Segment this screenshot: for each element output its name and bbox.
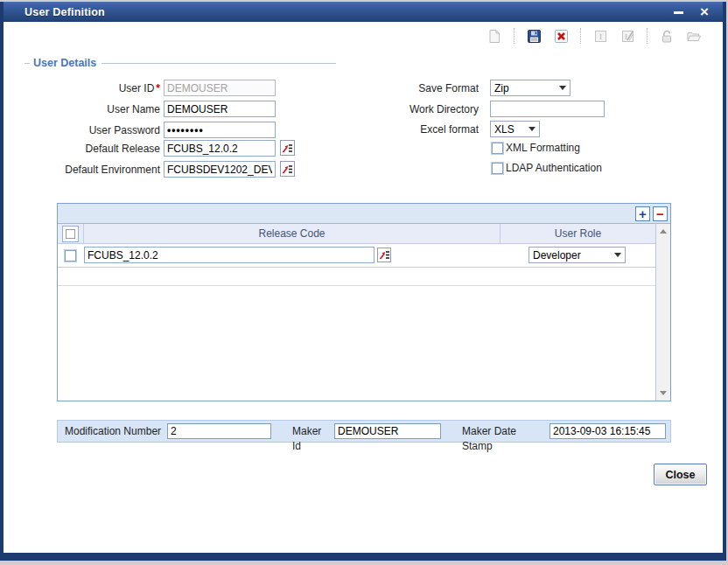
default-release-field[interactable] [164, 140, 276, 157]
xml-formatting-label: XML Formatting [506, 142, 580, 154]
new-document-icon [486, 28, 502, 44]
default-release-label: Default Release [24, 141, 160, 157]
window-close-button[interactable]: × [700, 2, 709, 22]
maker-date-stamp-field [550, 423, 666, 439]
grid-row: Developer [58, 244, 655, 268]
row-user-role-select[interactable]: Developer [528, 247, 626, 263]
ldap-authentication-checkbox[interactable] [492, 163, 503, 174]
record-icon: I [592, 28, 608, 44]
user-password-label: User Password [24, 122, 160, 138]
user-id-field [164, 80, 276, 96]
window-content: I I User Details User ID* User Name User… [4, 22, 723, 553]
close-icon: × [700, 3, 709, 20]
minimize-icon [674, 11, 683, 14]
unlock-icon [659, 28, 675, 44]
add-row-button[interactable]: + [635, 206, 650, 221]
select-all-checkbox[interactable] [62, 226, 79, 242]
user-role-column-header: User Role [500, 224, 655, 243]
user-password-field[interactable] [164, 122, 276, 138]
user-name-field[interactable] [164, 101, 276, 117]
maker-date-stamp-label: Maker Date Stamp [462, 424, 548, 439]
required-asterisk: * [156, 82, 160, 94]
lov-icon [282, 143, 293, 154]
toolbar-separator [514, 28, 514, 44]
audit-bar: Modification Number Maker Id Maker Date … [57, 420, 671, 443]
work-directory-label: Work Directory [374, 101, 479, 117]
chevron-down-icon [559, 86, 566, 90]
default-environment-label: Default Environment [24, 162, 160, 178]
toolbar: I I [486, 26, 702, 45]
save-format-value: Zip [494, 82, 556, 94]
excel-format-label: Excel format [374, 122, 479, 137]
lov-icon [379, 249, 390, 261]
row-checkbox[interactable] [65, 250, 76, 262]
user-definition-window: User Definition × I I [0, 2, 726, 561]
save-icon[interactable] [526, 28, 542, 44]
lov-icon [282, 164, 293, 175]
user-id-label: User ID* [24, 80, 160, 96]
grid-header-row: Release Code User Role [58, 224, 655, 244]
grid-toolbar: + − [58, 204, 670, 224]
open-folder-icon [686, 28, 702, 44]
svg-text:I: I [599, 32, 602, 41]
xml-formatting-checkbox[interactable] [492, 143, 503, 154]
user-name-label: User Name [24, 101, 160, 117]
titlebar[interactable]: User Definition × [4, 2, 723, 22]
work-directory-field[interactable] [490, 101, 605, 117]
toolbar-separator [647, 28, 648, 44]
chevron-down-icon [528, 127, 536, 131]
remove-row-button[interactable]: − [653, 206, 668, 221]
user-details-section-header: User Details [24, 57, 336, 69]
default-environment-field[interactable] [164, 161, 276, 178]
row-user-role-value: Developer [533, 249, 611, 262]
grid-empty-row [58, 268, 655, 286]
grid-table: Release Code User Role Developer [58, 224, 670, 401]
modify-record-icon: I [620, 28, 635, 44]
ldap-authentication-label: LDAP Authentication [506, 162, 602, 174]
chevron-down-icon [614, 253, 621, 257]
default-environment-lov-button[interactable] [280, 161, 295, 177]
scroll-down-icon[interactable] [660, 391, 667, 395]
modification-number-label: Modification Number [65, 424, 164, 439]
scroll-up-icon[interactable] [660, 229, 667, 234]
window-title: User Definition [24, 6, 105, 18]
user-roles-grid: + − Release Code User Role [57, 203, 671, 401]
close-button[interactable]: Close [654, 464, 707, 485]
save-format-select[interactable]: Zip [490, 80, 570, 96]
modification-number-field [167, 423, 271, 439]
toolbar-separator [580, 28, 581, 44]
delete-icon[interactable] [553, 28, 569, 44]
default-release-lov-button[interactable] [280, 140, 295, 156]
excel-format-select[interactable]: XLS [490, 121, 540, 137]
save-format-label: Save Format [374, 80, 479, 96]
row-release-code-field[interactable] [84, 247, 374, 263]
minimize-button[interactable] [673, 2, 684, 22]
section-title: User Details [33, 57, 96, 69]
grid-scrollbar[interactable] [655, 224, 670, 401]
excel-format-value: XLS [494, 123, 525, 136]
row-release-code-lov-button[interactable] [377, 248, 391, 262]
maker-id-label: Maker Id [292, 424, 332, 439]
maker-id-field [334, 423, 441, 439]
release-code-column-header: Release Code [84, 224, 500, 243]
